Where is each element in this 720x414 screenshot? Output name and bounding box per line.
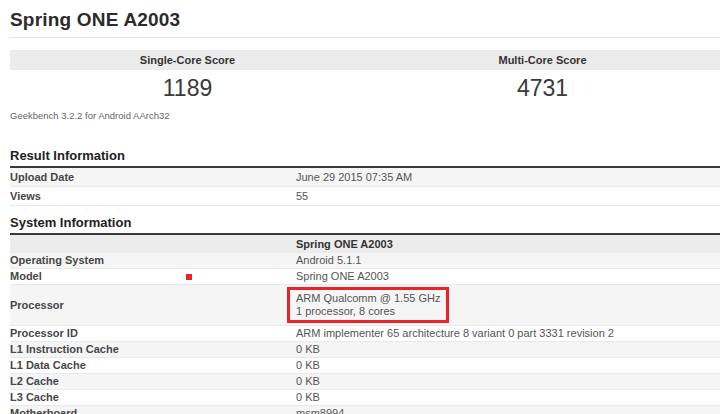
table-row: Motherboardmsm8994 bbox=[10, 406, 720, 414]
row-value: 0 KB bbox=[296, 343, 720, 356]
row-value: ARM implementer 65 architecture 8 varian… bbox=[296, 327, 720, 340]
row-value: ARM Qualcomm @ 1.55 GHz1 processor, 8 co… bbox=[296, 285, 720, 325]
system-information-heading: System Information bbox=[10, 215, 720, 235]
highlighted-value-line: 1 processor, 8 cores bbox=[296, 305, 440, 318]
table-row: L1 Instruction Cache0 KB bbox=[10, 342, 720, 358]
red-highlight-box: ARM Qualcomm @ 1.55 GHz1 processor, 8 co… bbox=[287, 287, 449, 323]
system-information-table: Spring ONE A2003 Operating SystemAndroid… bbox=[10, 235, 720, 414]
single-core-score-value: 1189 bbox=[10, 75, 365, 102]
table-row: L2 Cache0 KB bbox=[10, 374, 720, 390]
score-values-row: 1189 4731 bbox=[10, 70, 720, 108]
score-header-bar: Single-Core Score Multi-Core Score bbox=[10, 50, 720, 70]
result-information-table: Upload DateJune 29 2015 07:35 AMViews55 bbox=[10, 168, 720, 206]
benchmark-result-page: Spring ONE A2003 Single-Core Score Multi… bbox=[0, 0, 720, 414]
title-divider bbox=[10, 37, 720, 38]
row-value: June 29 2015 07:35 AM bbox=[296, 171, 720, 184]
row-label: Processor ID bbox=[10, 327, 296, 340]
row-value: 0 KB bbox=[296, 359, 720, 372]
row-value: msm8994 bbox=[296, 407, 720, 414]
system-table-header-device-name: Spring ONE A2003 bbox=[296, 238, 720, 251]
result-information-heading: Result Information bbox=[10, 148, 720, 168]
row-label: L2 Cache bbox=[10, 375, 296, 388]
benchmark-version-caption: Geekbench 3.2.2 for Android AArch32 bbox=[10, 110, 720, 121]
table-row: ModelSpring ONE A2003 bbox=[10, 269, 720, 285]
table-row: Operating SystemAndroid 5.1.1 bbox=[10, 253, 720, 269]
system-table-header-row: Spring ONE A2003 bbox=[10, 235, 720, 253]
row-label: L1 Data Cache bbox=[10, 359, 296, 372]
row-label: Upload Date bbox=[10, 171, 296, 184]
row-label: Views bbox=[10, 190, 296, 203]
row-label: Motherboard bbox=[10, 407, 296, 414]
multi-core-score-value: 4731 bbox=[365, 75, 720, 102]
page-title: Spring ONE A2003 bbox=[10, 0, 720, 37]
table-row: L3 Cache0 KB bbox=[10, 390, 720, 406]
row-label: Processor bbox=[10, 299, 296, 312]
row-label: Model bbox=[10, 270, 296, 283]
row-label: Operating System bbox=[10, 254, 296, 267]
row-value: 0 KB bbox=[296, 375, 720, 388]
highlighted-value-line: ARM Qualcomm @ 1.55 GHz bbox=[296, 292, 440, 305]
result-information-section: Result Information Upload DateJune 29 20… bbox=[10, 148, 720, 206]
table-row: L1 Data Cache0 KB bbox=[10, 358, 720, 374]
row-label: L3 Cache bbox=[10, 391, 296, 404]
system-table-body: Operating SystemAndroid 5.1.1ModelSpring… bbox=[10, 253, 720, 414]
row-value: Android 5.1.1 bbox=[296, 254, 720, 267]
table-row: Processor IDARM implementer 65 architect… bbox=[10, 326, 720, 342]
row-value: 55 bbox=[296, 190, 720, 203]
table-row: ProcessorARM Qualcomm @ 1.55 GHz1 proces… bbox=[10, 285, 720, 326]
red-square-marker bbox=[186, 274, 192, 280]
single-core-score-label: Single-Core Score bbox=[10, 54, 365, 66]
multi-core-score-label: Multi-Core Score bbox=[365, 54, 720, 66]
table-row: Upload DateJune 29 2015 07:35 AM bbox=[10, 168, 720, 187]
row-value: 0 KB bbox=[296, 391, 720, 404]
system-information-section: System Information Spring ONE A2003 Oper… bbox=[10, 215, 720, 414]
row-value: Spring ONE A2003 bbox=[296, 270, 720, 283]
row-label: L1 Instruction Cache bbox=[10, 343, 296, 356]
table-row: Views55 bbox=[10, 187, 720, 206]
